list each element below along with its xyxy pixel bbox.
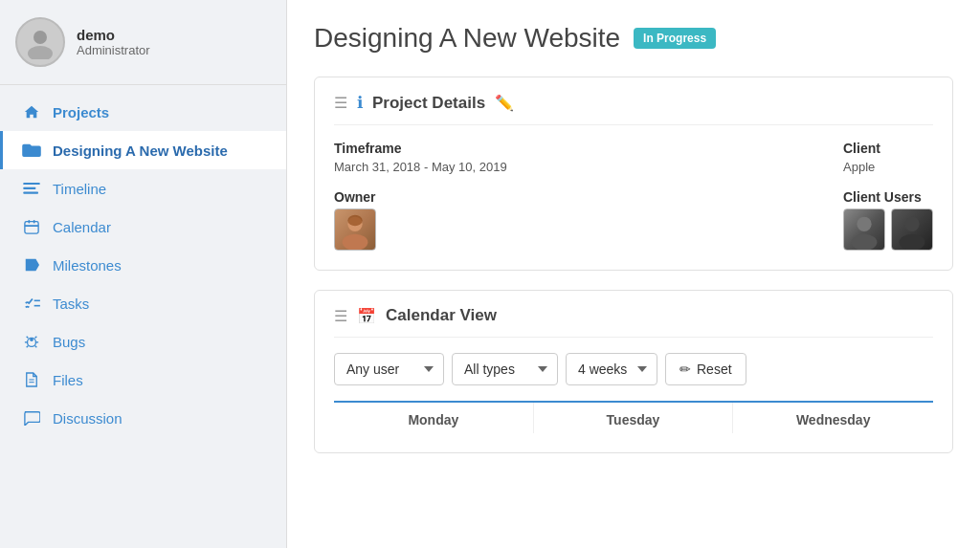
svg-rect-3 xyxy=(23,187,35,189)
milestones-label: Milestones xyxy=(53,257,122,274)
owner-label: Owner xyxy=(334,189,507,205)
svg-marker-9 xyxy=(26,259,39,271)
folder-icon xyxy=(22,141,41,160)
cal-day-tuesday: Tuesday xyxy=(534,403,734,433)
svg-line-14 xyxy=(27,337,29,339)
projects-label: Projects xyxy=(53,104,109,121)
project-details-header: ☰ ℹ Project Details ✏️ xyxy=(334,93,933,125)
calendar-icon xyxy=(22,217,41,236)
user-info: demo Administrator xyxy=(77,27,150,57)
timeframe-group: Timeframe March 31, 2018 - May 10, 2019 xyxy=(334,141,507,174)
reset-button[interactable]: ✏ Reset xyxy=(665,353,746,385)
files-icon xyxy=(22,370,41,389)
sidebar-item-current-project[interactable]: Designing A New Website xyxy=(0,131,286,169)
project-details-title: Project Details xyxy=(372,94,485,113)
details-grid: Timeframe March 31, 2018 - May 10, 2019 … xyxy=(334,141,933,251)
user-role: Administrator xyxy=(77,43,150,57)
discussion-icon xyxy=(22,408,41,427)
client-value: Apple xyxy=(843,160,933,174)
timeframe-label: Timeframe xyxy=(334,141,507,156)
page-title-row: Designing A New Website In Progress xyxy=(314,23,953,54)
svg-point-23 xyxy=(343,234,368,251)
sidebar: demo Administrator Projects Designing A … xyxy=(0,0,287,548)
calendar-header: Monday Tuesday Wednesday xyxy=(334,401,933,433)
client-group: Client Apple xyxy=(843,141,933,174)
calendar-view-title: Calendar View xyxy=(386,306,497,325)
client-avatar-1 xyxy=(843,208,885,251)
user-name: demo xyxy=(77,27,150,43)
svg-point-25 xyxy=(857,217,871,231)
svg-rect-8 xyxy=(25,225,38,227)
svg-point-13 xyxy=(30,338,33,341)
tasks-icon xyxy=(22,294,41,313)
svg-point-24 xyxy=(347,215,362,226)
client-users-group: Client Users xyxy=(843,189,933,251)
user-filter-select[interactable]: Any user John Smith Jane Doe xyxy=(334,353,444,385)
main-content: Designing A New Website In Progress ☰ ℹ … xyxy=(287,0,980,548)
calendar-controls: Any user John Smith Jane Doe All types T… xyxy=(334,353,933,385)
timeframe-value: March 31, 2018 - May 10, 2019 xyxy=(334,160,507,174)
tasks-label: Tasks xyxy=(53,296,89,312)
sidebar-item-files[interactable]: Files xyxy=(0,361,286,399)
svg-rect-5 xyxy=(25,222,38,233)
calendar-label: Calendar xyxy=(53,219,111,235)
sidebar-item-bugs[interactable]: Bugs xyxy=(0,322,286,361)
svg-point-1 xyxy=(28,46,53,59)
sidebar-item-discussion[interactable]: Discussion xyxy=(0,399,286,437)
reset-label: Reset xyxy=(697,362,732,377)
client-avatars xyxy=(843,208,933,251)
calendar-section-menu-icon: ☰ xyxy=(334,307,347,325)
sidebar-item-calendar[interactable]: Calendar xyxy=(0,208,286,246)
nav-menu: Projects Designing A New Website Timelin… xyxy=(0,85,286,445)
reset-icon: ✏ xyxy=(679,362,691,377)
calendar-view-header: ☰ 📅 Calendar View xyxy=(334,306,933,338)
edit-icon[interactable]: ✏️ xyxy=(495,94,514,112)
sidebar-item-tasks[interactable]: Tasks xyxy=(0,284,286,322)
sidebar-item-timeline[interactable]: Timeline xyxy=(0,169,286,208)
svg-rect-7 xyxy=(33,220,35,224)
cal-day-wednesday: Wednesday xyxy=(733,403,933,433)
section-menu-icon: ☰ xyxy=(334,94,347,112)
svg-point-27 xyxy=(904,217,919,231)
svg-rect-6 xyxy=(28,220,30,224)
owner-avatar xyxy=(334,208,376,251)
timeline-icon xyxy=(22,179,41,198)
client-avatar-2 xyxy=(891,208,933,251)
user-profile: demo Administrator xyxy=(0,0,286,85)
calendar-section-icon: 📅 xyxy=(357,307,376,325)
svg-point-0 xyxy=(33,31,47,44)
discussion-label: Discussion xyxy=(53,410,122,427)
user-avatar-icon xyxy=(23,25,57,59)
cal-day-monday: Monday xyxy=(334,403,534,433)
project-details-section: ☰ ℹ Project Details ✏️ Timeframe March 3… xyxy=(314,77,953,271)
avatar xyxy=(15,17,65,67)
sidebar-item-milestones[interactable]: Milestones xyxy=(0,246,286,284)
calendar-view-section: ☰ 📅 Calendar View Any user John Smith Ja… xyxy=(314,290,953,453)
client-users-label: Client Users xyxy=(843,189,933,205)
current-project-label: Designing A New Website xyxy=(53,142,228,159)
sidebar-item-projects[interactable]: Projects xyxy=(0,93,286,131)
home-icon xyxy=(22,102,41,121)
page-title: Designing A New Website xyxy=(314,23,620,54)
svg-point-26 xyxy=(852,234,878,251)
type-filter-select[interactable]: All types Tasks Milestones Bugs xyxy=(452,353,558,385)
info-icon: ℹ xyxy=(357,93,363,113)
files-label: Files xyxy=(53,372,83,388)
weeks-filter-select[interactable]: 1 week 2 weeks 4 weeks 8 weeks xyxy=(566,353,657,385)
status-badge: In Progress xyxy=(634,28,716,49)
client-label: Client xyxy=(843,141,933,156)
owner-group: Owner xyxy=(334,189,507,251)
timeline-label: Timeline xyxy=(53,181,106,197)
svg-line-18 xyxy=(27,345,29,347)
bugs-label: Bugs xyxy=(53,334,85,350)
svg-line-15 xyxy=(35,337,37,339)
svg-rect-2 xyxy=(23,183,40,185)
svg-point-28 xyxy=(900,234,925,251)
svg-line-19 xyxy=(35,345,37,347)
svg-rect-4 xyxy=(23,192,38,194)
bugs-icon xyxy=(22,332,41,351)
milestones-icon xyxy=(22,255,41,274)
